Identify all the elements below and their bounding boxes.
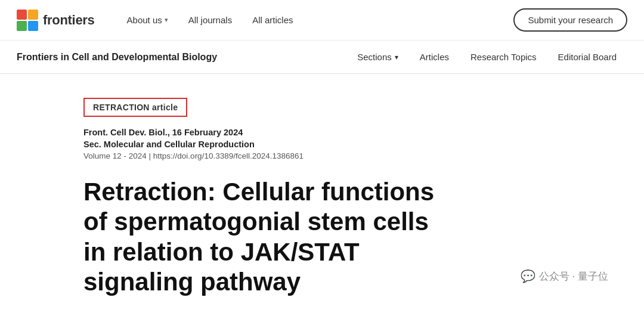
article-section: Sec. Molecular and Cellular Reproduction	[83, 140, 584, 149]
svg-rect-1	[28, 10, 38, 20]
article-metadata: Front. Cell Dev. Biol., 16 February 2024…	[83, 128, 584, 160]
journal-title: Frontiers in Cell and Developmental Biol…	[17, 52, 217, 63]
articles-nav-item[interactable]: Articles	[409, 47, 460, 67]
svg-rect-3	[28, 21, 38, 31]
about-us-chevron-icon: ▾	[165, 16, 168, 24]
editorial-board-label: Editorial Board	[558, 52, 617, 62]
svg-rect-2	[17, 21, 27, 31]
articles-label: Articles	[420, 52, 449, 62]
secondary-nav-items: Sections ▾ Articles Research Topics Edit…	[346, 47, 627, 67]
research-topics-nav-item[interactable]: Research Topics	[460, 47, 547, 67]
article-title: Retraction: Cellular functions of sperma…	[83, 177, 453, 298]
submit-research-button[interactable]: Submit your research	[513, 8, 627, 32]
secondary-navigation: Frontiers in Cell and Developmental Biol…	[0, 41, 644, 74]
frontiers-logo-icon	[17, 10, 38, 31]
svg-rect-0	[17, 10, 27, 20]
all-articles-label: All articles	[252, 15, 293, 25]
top-navigation: frontiers About us ▾ All journals All ar…	[0, 0, 644, 41]
article-volume-doi: Volume 12 - 2024 | https://doi.org/10.33…	[83, 151, 584, 160]
article-type-badge: RETRACTION article	[83, 98, 187, 117]
sections-nav-item[interactable]: Sections ▾	[346, 47, 409, 67]
sections-label: Sections	[357, 52, 392, 62]
all-articles-nav-item[interactable]: All articles	[244, 10, 301, 30]
about-us-label: About us	[127, 15, 162, 25]
research-topics-label: Research Topics	[470, 52, 537, 62]
top-nav-items: About us ▾ All journals All articles	[119, 10, 514, 30]
article-journal-date: Front. Cell Dev. Biol., 16 February 2024	[83, 128, 584, 137]
all-journals-nav-item[interactable]: All journals	[180, 10, 240, 30]
logo-text: frontiers	[43, 13, 95, 28]
editorial-board-nav-item[interactable]: Editorial Board	[547, 47, 627, 67]
sections-chevron-icon: ▾	[395, 53, 398, 61]
all-journals-label: All journals	[188, 15, 232, 25]
main-content: RETRACTION article Front. Cell Dev. Biol…	[0, 74, 644, 319]
logo-link[interactable]: frontiers	[17, 10, 95, 31]
about-us-nav-item[interactable]: About us ▾	[119, 10, 177, 30]
